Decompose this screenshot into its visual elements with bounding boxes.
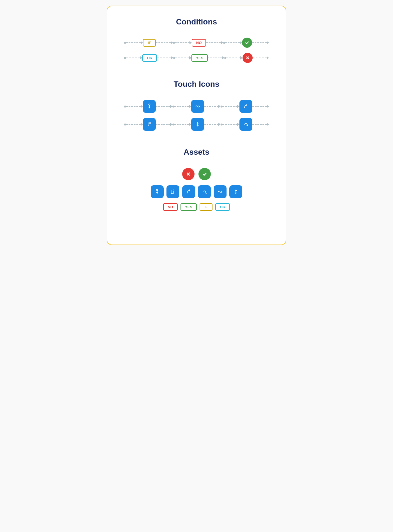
assets-touch-row	[124, 185, 269, 198]
conditions-title: Conditions	[124, 17, 269, 26]
t-dot-2b	[172, 124, 174, 125]
touch-btn-swipe-curved-1[interactable]	[239, 100, 252, 113]
dashed-line-2d	[208, 58, 222, 58]
touch-icons-section: Touch Icons	[124, 80, 269, 131]
dashed-line-1b	[156, 42, 170, 43]
assets-circles-row	[124, 168, 269, 180]
assets-title: Assets	[124, 148, 269, 157]
dot-start-1b	[173, 42, 175, 44]
flow-row-1: IF NO	[124, 38, 269, 48]
t-arrow-2d	[218, 123, 221, 126]
touch-row-2	[124, 118, 269, 131]
touch-btn-rotate-1[interactable]	[239, 118, 252, 131]
t-arrow-1d	[218, 105, 221, 108]
assets-badge-yes[interactable]: YES	[180, 203, 197, 211]
t-arrow-2f	[267, 123, 269, 126]
t-dot-2a	[124, 124, 126, 125]
arrow-1d	[221, 41, 223, 44]
dashed-line-1d	[206, 42, 221, 43]
t-arrow-2c	[189, 123, 191, 126]
t-line-1c	[174, 106, 189, 107]
touch-btn-swipe-right-1[interactable]	[191, 100, 204, 113]
assets-circle-green[interactable]	[198, 168, 211, 180]
dashed-line-1e	[225, 42, 240, 43]
t-line-1a	[126, 106, 141, 107]
arrow-1b	[171, 41, 173, 44]
t-line-1d	[204, 106, 219, 107]
t-arrow-1c	[189, 105, 191, 108]
assets-badges-row: NO YES IF OR	[124, 203, 269, 211]
assets-btn-rotate[interactable]	[198, 185, 211, 198]
arrow-2a	[140, 56, 142, 60]
t-arrow-1b	[170, 105, 172, 108]
arrow-1e	[240, 41, 242, 44]
touch-btn-multi-1[interactable]	[143, 118, 156, 131]
arrow-1a	[141, 41, 143, 44]
touch-btn-swipe-vertical-1[interactable]	[191, 118, 204, 131]
t-line-1e	[223, 106, 237, 107]
t-arrow-2e	[237, 123, 239, 126]
conditions-section: Conditions IF NO	[124, 17, 269, 63]
assets-btn-swipe-right[interactable]	[214, 185, 227, 198]
touch-btn-tap-1[interactable]	[143, 100, 156, 113]
svg-point-3	[173, 190, 174, 191]
dashed-line-2f	[253, 58, 267, 58]
dashed-line-2c	[175, 58, 189, 58]
t-arrow-1f	[267, 105, 269, 108]
dashed-line-2b	[157, 58, 171, 58]
dot-start-1c	[223, 42, 225, 44]
t-arrow-2b	[170, 123, 172, 126]
badge-if[interactable]: IF	[143, 39, 156, 47]
t-line-1f	[252, 106, 267, 107]
assets-badge-no[interactable]: NO	[163, 203, 178, 211]
conditions-flow: IF NO	[124, 38, 269, 63]
t-line-2b	[156, 124, 170, 125]
assets-btn-curved[interactable]	[182, 185, 195, 198]
arrow-1f	[267, 41, 269, 44]
svg-point-1	[149, 122, 150, 124]
t-arrow-1e	[237, 105, 239, 108]
assets-circle-red[interactable]	[182, 168, 195, 180]
arrow-2d	[222, 56, 224, 60]
t-line-2d	[204, 124, 219, 125]
dashed-line-1a	[126, 42, 141, 43]
assets-badge-or[interactable]: OR	[215, 203, 230, 211]
flow-row-2: OR YES	[124, 53, 269, 63]
dot-start-2c	[224, 57, 226, 59]
t-line-2e	[223, 124, 237, 125]
arrow-2e	[240, 56, 243, 60]
t-line-2a	[126, 124, 141, 125]
touch-flow	[124, 100, 269, 131]
circle-green-1[interactable]	[242, 38, 252, 48]
circle-red-1[interactable]	[243, 53, 253, 63]
arrow-1c	[189, 41, 192, 44]
t-dot-1b	[172, 106, 174, 108]
dot-start-2b	[173, 57, 175, 59]
arrow-2b	[171, 56, 173, 60]
dashed-line-2a	[126, 58, 140, 58]
t-line-2c	[174, 124, 189, 125]
t-dot-1a	[124, 106, 126, 108]
touch-row-1	[124, 100, 269, 113]
dot-start-1	[124, 42, 126, 44]
badge-no-1[interactable]: NO	[192, 39, 206, 47]
arrow-2f	[267, 56, 269, 60]
page-container: Conditions IF NO	[107, 6, 286, 245]
t-dot-2c	[221, 124, 223, 125]
assets-btn-multi[interactable]	[166, 185, 179, 198]
assets-section: Assets	[124, 148, 269, 211]
t-line-2f	[252, 124, 267, 125]
dashed-line-1f	[252, 42, 267, 43]
t-dot-1c	[221, 106, 223, 108]
arrow-2c	[189, 56, 191, 60]
t-arrow-1a	[141, 105, 143, 108]
dashed-line-2e	[226, 58, 240, 58]
badge-yes-1[interactable]: YES	[191, 54, 208, 62]
t-arrow-2a	[141, 123, 143, 126]
touch-icons-title: Touch Icons	[124, 80, 269, 89]
dot-start-2	[124, 57, 126, 59]
badge-or[interactable]: OR	[142, 54, 157, 62]
assets-btn-swipe-vertical[interactable]	[229, 185, 242, 198]
assets-btn-tap[interactable]	[151, 185, 164, 198]
assets-badge-if[interactable]: IF	[200, 203, 213, 211]
